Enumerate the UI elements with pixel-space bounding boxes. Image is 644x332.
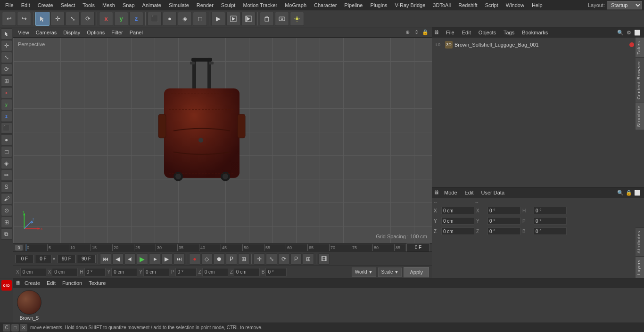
menu-script[interactable]: Script bbox=[482, 1, 502, 9]
polygon-mode-button[interactable]: ◻ bbox=[193, 12, 207, 26]
status-cinema-icon[interactable]: C bbox=[3, 324, 10, 332]
obj-manager-search-icon[interactable]: 🔍 bbox=[617, 29, 624, 36]
obj-manager-expand-icon[interactable]: ⬜ bbox=[634, 29, 641, 36]
attr-lock-icon[interactable]: 🔒 bbox=[625, 189, 633, 196]
tab-attributes[interactable]: Attributes bbox=[636, 227, 644, 256]
render-project-button[interactable] bbox=[241, 12, 256, 26]
playback-goto-start-button[interactable]: ⏮ bbox=[100, 253, 111, 265]
left-tool-pen[interactable]: ✏ bbox=[1, 170, 12, 181]
menu-sculpt[interactable]: Sculpt bbox=[218, 1, 239, 9]
left-tool-scale[interactable]: ⤡ bbox=[1, 52, 12, 63]
playback-end-frame-1[interactable]: 90 F bbox=[57, 255, 76, 263]
menu-motion-tracker[interactable]: Motion Tracker bbox=[239, 1, 281, 9]
render-active-button[interactable] bbox=[226, 12, 240, 26]
playback-record-button[interactable]: ● bbox=[189, 253, 200, 265]
material-menu-create[interactable]: Create bbox=[23, 279, 42, 287]
timeline-start-marker[interactable]: 0 bbox=[15, 245, 23, 251]
viewport-filter-menu[interactable]: Filter bbox=[109, 29, 124, 36]
menu-redshift[interactable]: Redshift bbox=[455, 1, 480, 9]
menu-mesh[interactable]: Mesh bbox=[99, 1, 118, 9]
attr-x-pos-input[interactable] bbox=[441, 207, 474, 214]
layout-dropdown[interactable]: Startup Standard bbox=[607, 1, 642, 9]
menu-character[interactable]: Character bbox=[311, 1, 340, 9]
viewport-arrows-icon[interactable]: ⇕ bbox=[413, 29, 420, 36]
visibility-dot-1[interactable] bbox=[629, 42, 634, 47]
menu-render[interactable]: Render bbox=[193, 1, 217, 9]
redo-button[interactable]: ↪ bbox=[17, 12, 31, 26]
obj-menu-bookmarks[interactable]: Bookmarks bbox=[520, 29, 550, 36]
attr-y-pos-input[interactable] bbox=[441, 217, 474, 225]
playback-autokey-button[interactable]: ⏺ bbox=[214, 253, 225, 265]
material-item-brown[interactable]: Brown_S bbox=[17, 290, 41, 321]
axis-y-button[interactable]: y bbox=[114, 12, 128, 26]
viewport-lock-icon[interactable]: 🔒 bbox=[421, 29, 429, 36]
attr-h-input[interactable] bbox=[534, 207, 567, 214]
viewport-cameras-menu[interactable]: Cameras bbox=[34, 29, 59, 36]
playback-current-frame[interactable]: 0 F bbox=[35, 255, 51, 263]
playback-start-frame[interactable]: 0 F bbox=[15, 255, 34, 263]
playback-rotate-tool-play[interactable]: ⟳ bbox=[278, 253, 289, 265]
attr-search-icon[interactable]: 🔍 bbox=[617, 189, 624, 196]
tab-content-browser[interactable]: Content Browser bbox=[636, 57, 644, 102]
scale-tool-button[interactable]: ⤡ bbox=[66, 12, 80, 26]
playback-prev-frame-button[interactable]: ◀ bbox=[112, 253, 124, 265]
left-tool-transform[interactable]: ⊞ bbox=[1, 75, 12, 87]
select-tool-button[interactable] bbox=[35, 12, 50, 26]
left-tool-x[interactable]: x bbox=[1, 87, 12, 98]
attr-menu-edit[interactable]: Edit bbox=[463, 189, 476, 196]
menu-create[interactable]: Create bbox=[34, 1, 57, 9]
left-tool-snap[interactable]: ⊙ bbox=[1, 205, 12, 216]
status-close-icon[interactable]: ✕ bbox=[20, 324, 27, 332]
scale-dropdown[interactable]: Scale ▼ bbox=[378, 267, 402, 277]
cube-tool-button[interactable] bbox=[260, 12, 274, 26]
left-tool-z[interactable]: z bbox=[1, 111, 12, 122]
world-dropdown[interactable]: World ▼ bbox=[352, 267, 376, 277]
viewport-panel-menu[interactable]: Panel bbox=[128, 29, 145, 36]
object-item-luggage[interactable]: L0 3D Brown_Softshell_Luggage_Bag_001 bbox=[434, 40, 642, 50]
playback-scale-tool-play[interactable]: ⤡ bbox=[266, 253, 277, 265]
axis-z-button[interactable]: z bbox=[129, 12, 143, 26]
obj-menu-file[interactable]: File bbox=[444, 29, 456, 36]
attr-x-rot-input[interactable] bbox=[487, 207, 520, 214]
left-tool-rotate[interactable]: ⟳ bbox=[1, 64, 12, 75]
menu-file[interactable]: File bbox=[2, 1, 17, 9]
viewport-options-menu[interactable]: Options bbox=[85, 29, 107, 36]
playback-keyframe-button[interactable]: ◇ bbox=[201, 253, 213, 265]
playback-motion-button[interactable]: P bbox=[226, 253, 237, 265]
move-tool-button[interactable]: ✛ bbox=[50, 12, 65, 26]
attr-z-pos-input[interactable] bbox=[441, 227, 474, 235]
left-tool-y[interactable]: y bbox=[1, 99, 12, 110]
current-frame-input[interactable] bbox=[406, 243, 430, 252]
light-tool-button[interactable] bbox=[290, 12, 304, 26]
object-mode-button[interactable]: ⬛ bbox=[148, 12, 162, 26]
status-window-icon[interactable]: □ bbox=[11, 324, 19, 332]
timeline-track[interactable]: 0 5 10 15 20 25 30 35 40 45 50 55 60 65 … bbox=[24, 244, 405, 251]
left-tool-object[interactable]: ⬛ bbox=[1, 122, 12, 134]
attr-menu-mode[interactable]: Mode bbox=[442, 189, 459, 196]
rotate-tool-button[interactable]: ⟳ bbox=[81, 12, 95, 26]
left-tool-select[interactable] bbox=[1, 28, 12, 40]
render-view-button[interactable]: ▶ bbox=[211, 12, 225, 26]
attr-expand-icon[interactable]: ⬜ bbox=[634, 189, 641, 196]
material-ball-brown[interactable] bbox=[17, 290, 41, 315]
attr-y-rot-input[interactable] bbox=[487, 217, 520, 225]
left-tool-s[interactable]: S bbox=[1, 181, 12, 193]
material-menu-texture[interactable]: Texture bbox=[87, 279, 107, 287]
menu-animate[interactable]: Animate bbox=[139, 1, 165, 9]
menu-plugins[interactable]: Plugins bbox=[367, 1, 390, 9]
attr-menu-userdata[interactable]: User Data bbox=[479, 189, 507, 196]
viewport-display-menu[interactable]: Display bbox=[61, 29, 82, 36]
playback-play-button[interactable]: ▶ bbox=[137, 253, 148, 265]
obj-menu-tags[interactable]: Tags bbox=[502, 29, 516, 36]
viewport-expand-icon[interactable]: ⊕ bbox=[404, 29, 411, 36]
material-menu-function[interactable]: Function bbox=[60, 279, 84, 287]
menu-tools[interactable]: Tools bbox=[79, 1, 98, 9]
obj-menu-edit[interactable]: Edit bbox=[460, 29, 473, 36]
menu-vray[interactable]: V-Ray Bridge bbox=[392, 1, 429, 9]
menu-3dtoall[interactable]: 3DToAll bbox=[429, 1, 454, 9]
left-tool-poly[interactable]: ◻ bbox=[1, 146, 12, 157]
attr-b-input[interactable] bbox=[534, 227, 567, 235]
menu-help[interactable]: Help bbox=[528, 1, 546, 9]
tab-takes[interactable]: Takes bbox=[636, 38, 644, 57]
playback-end-frame-2[interactable]: 90 F bbox=[77, 255, 96, 263]
